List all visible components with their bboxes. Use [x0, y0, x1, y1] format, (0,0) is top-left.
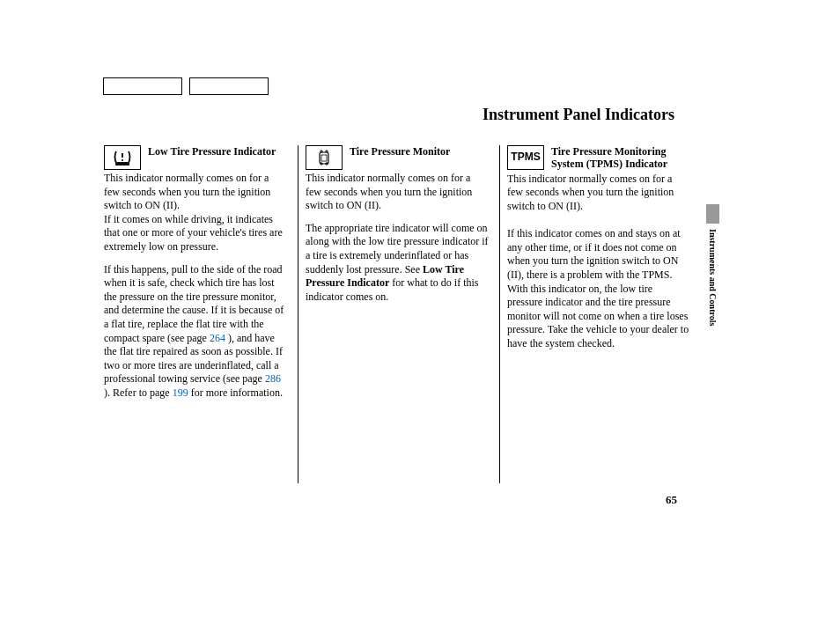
- section-tab: Instruments and Controls: [706, 204, 719, 349]
- svg-rect-2: [320, 152, 328, 164]
- col1-p3c: ). Refer to page: [104, 386, 173, 399]
- tire-pressure-monitor-header: Tire Pressure Monitor: [306, 145, 489, 170]
- col1-p3: If this happens, pull to the side of the…: [104, 263, 287, 401]
- col3-p1: This indicator normally comes on for a f…: [507, 173, 690, 214]
- tire-pressure-monitor-icon: [306, 145, 343, 170]
- svg-point-3: [321, 151, 322, 152]
- column-divider-1: [298, 145, 298, 483]
- svg-rect-7: [321, 155, 327, 161]
- col1-p2: If it comes on while driving, it indicat…: [104, 213, 287, 254]
- low-tire-pressure-title: Low Tire Pressure Indicator: [148, 145, 276, 158]
- tpms-icon-text: TPMS: [511, 151, 540, 165]
- tpms-icon: TPMS: [507, 145, 544, 170]
- section-tab-marker: [706, 204, 719, 224]
- page-ref-264[interactable]: 264: [210, 332, 225, 344]
- column-divider-2: [499, 145, 500, 483]
- svg-point-4: [326, 151, 328, 152]
- col2-p1: This indicator normally comes on for a f…: [306, 172, 489, 213]
- section-tab-label: Instruments and Controls: [708, 229, 718, 326]
- svg-point-1: [122, 159, 123, 161]
- low-tire-pressure-icon: [104, 145, 141, 170]
- tpms-title: Tire Pressure Monitoring System (TPMS) I…: [551, 145, 690, 171]
- low-tire-pressure-header: Low Tire Pressure Indicator: [104, 145, 287, 170]
- page-ref-199[interactable]: 199: [173, 386, 188, 399]
- col2-p2: The appropriate tire indicator will come…: [306, 222, 489, 305]
- content-columns: Low Tire Pressure Indicator This indicat…: [104, 145, 699, 483]
- col3-p2: If this indicator comes on and stays on …: [507, 227, 690, 350]
- column-3: TPMS Tire Pressure Monitoring System (TP…: [507, 145, 699, 483]
- header-placeholder-boxes: [103, 77, 269, 95]
- column-2: Tire Pressure Monitor This indicator nor…: [306, 145, 497, 483]
- col1-p1: This indicator normally comes on for a f…: [104, 172, 287, 213]
- header-box-2: [189, 77, 269, 95]
- tire-pressure-monitor-title: Tire Pressure Monitor: [350, 145, 450, 158]
- page-number: 65: [666, 493, 677, 507]
- tpms-header: TPMS Tire Pressure Monitoring System (TP…: [507, 145, 690, 171]
- page-ref-286[interactable]: 286: [265, 372, 281, 385]
- header-box-1: [103, 77, 182, 95]
- col1-p3d: for more information.: [188, 386, 283, 399]
- column-1: Low Tire Pressure Indicator This indicat…: [104, 145, 296, 483]
- page-title: Instrument Panel Indicators: [483, 106, 674, 124]
